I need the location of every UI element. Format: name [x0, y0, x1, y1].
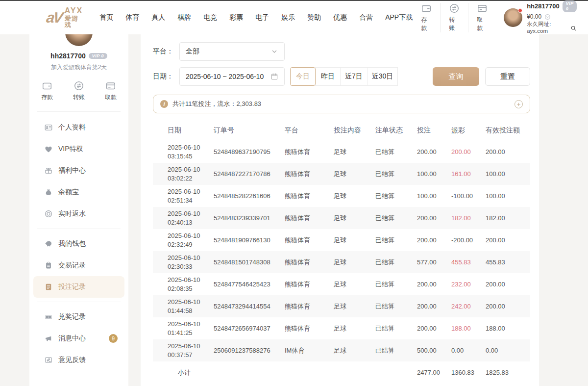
cell-platform: IM体育	[285, 346, 334, 355]
platform-select[interactable]: 全部	[179, 42, 285, 61]
balance-toggle-icon[interactable]	[544, 14, 551, 20]
cell-content: 足球	[334, 214, 375, 223]
cell-order: 2506091237588276	[214, 347, 285, 354]
sidebar-item-label: 交易记录	[58, 261, 86, 270]
cell-date: 2025-06-1002:40:13	[168, 209, 214, 227]
sidebar-item-rebate[interactable]: 实时返水	[29, 203, 128, 225]
cell-payout: 455.83	[451, 258, 486, 266]
sidebar-item-prize-records[interactable]: 兑奖记录	[29, 306, 128, 328]
sidebar-item-profile[interactable]: 个人资料	[29, 117, 128, 138]
cell-status: 已结算	[375, 324, 417, 333]
megaphone-icon	[44, 334, 53, 343]
cell-date-day: 2025-06-10	[168, 209, 214, 218]
cell-bet: 100.00	[417, 170, 451, 178]
cell-status: 已结算	[375, 236, 417, 245]
col-payout: 派彩	[451, 126, 486, 135]
action-label: 转账	[73, 93, 85, 102]
cell-status: 已结算	[375, 258, 417, 267]
sidebar-item-welfare[interactable]: 福利中心	[29, 160, 128, 181]
sidebar-action-withdraw[interactable]: 取款	[105, 80, 117, 102]
nav-item-esports[interactable]: 电竞	[203, 13, 217, 22]
search-icon[interactable]	[570, 25, 577, 31]
cell-platform: 熊猫体育	[285, 280, 334, 289]
topbar-action-deposit[interactable]: 存款	[413, 3, 440, 32]
quick-date-last30[interactable]: 近30日	[367, 67, 398, 86]
cell-date-day: 2025-06-10	[168, 342, 214, 351]
nav-item-sponsor[interactable]: 赞助	[307, 13, 321, 22]
quick-date-last7[interactable]: 近7日	[340, 67, 368, 86]
action-label: 存款	[41, 93, 53, 102]
cell-platform: 熊猫体育	[285, 170, 334, 179]
cell-bet: 100.00	[417, 192, 451, 200]
nav-item-sports[interactable]: 体育	[125, 13, 139, 22]
nav-item-entertainment[interactable]: 娱乐	[281, 13, 295, 22]
sidebar-item-message-center[interactable]: 消息中心9	[29, 328, 128, 349]
nav-item-home[interactable]: 首页	[99, 13, 113, 22]
subtotal-cell-bet: 2477.00	[417, 369, 451, 376]
sidebar-item-vip[interactable]: VIP特权	[29, 138, 128, 160]
sidebar-action-deposit[interactable]: 存款	[41, 80, 53, 102]
cell-bet: 200.00	[417, 325, 451, 332]
query-button[interactable]: 查询	[433, 67, 479, 86]
sidebar-item-bet-records[interactable]: 投注记录	[33, 276, 124, 298]
sidebar-item-feedback[interactable]: 意见反馈	[29, 349, 128, 371]
cell-status: 已结算	[375, 170, 417, 179]
sidebar-item-transactions[interactable]: 交易记录	[29, 255, 128, 276]
table-row: 2025-06-1002:30:335248481501748308熊猫体育足球…	[153, 251, 530, 273]
nav-item-lottery[interactable]: 彩票	[229, 13, 243, 22]
date-range-input[interactable]: 2025-06-10 ~ 2025-06-10	[179, 67, 285, 86]
topbar-quick-actions: 存款转账取款	[413, 3, 496, 32]
sidebar-item-label: 余额宝	[58, 188, 79, 197]
card-icon	[477, 3, 488, 14]
summary-text: 共计11笔投注，流水：2,303.83	[172, 100, 261, 108]
card-icon	[105, 80, 116, 91]
sidebar-item-label: 实时返水	[58, 209, 86, 218]
topbar: aV AYX 爱游戏 首页体育真人棋牌电竞彩票电子娱乐赞助优惠合营APP下载 存…	[0, 1, 588, 34]
quick-date-yesterday[interactable]: 昨日	[315, 67, 341, 86]
nav-item-partner[interactable]: 合营	[359, 13, 373, 22]
subtotal-row: 小计————2477.001360.831825.83	[153, 361, 530, 384]
table-row: 2025-06-1001:41:255248472656974037熊猫体育足球…	[153, 317, 530, 339]
sidebar-action-transfer[interactable]: 转账	[73, 80, 85, 102]
cell-bet: 200.00	[417, 148, 451, 155]
reset-button[interactable]: 重置	[485, 67, 530, 86]
username: hh2817700	[527, 2, 560, 10]
table-row: 2025-06-1003:02:225248487227170786熊猫体育足球…	[153, 163, 530, 185]
cell-order: 5248473294414554	[214, 303, 285, 310]
nav-item-slots[interactable]: 电子	[255, 13, 269, 22]
nav-item-app-download[interactable]: APP下载	[385, 13, 413, 22]
cell-content: 足球	[334, 324, 375, 333]
expand-plus-icon[interactable]: +	[514, 100, 523, 108]
logo-text: AYX 爱游戏	[65, 7, 83, 28]
action-label: 存款	[421, 16, 432, 32]
sidebar-item-yuebao[interactable]: 余额宝	[29, 181, 128, 203]
wallet-icon	[421, 3, 432, 14]
subtotal-cell-content: ——	[334, 369, 375, 376]
sidebar-avatar[interactable]	[65, 34, 93, 46]
logo[interactable]: aV AYX 爱游戏	[47, 7, 83, 28]
nav-item-promo[interactable]: 优惠	[333, 13, 347, 22]
cell-order: 5248472656974037	[214, 325, 285, 332]
cell-date-day: 2025-06-10	[168, 187, 214, 196]
topbar-action-transfer[interactable]: 转账	[440, 3, 468, 32]
cell-order: 5248481501748308	[214, 258, 285, 266]
table-row: 2025-06-1002:08:355248477546425423熊猫体育足球…	[153, 273, 530, 295]
cell-platform: 熊猫体育	[285, 236, 334, 245]
sidebar-item-wallet[interactable]: 我的钱包	[29, 233, 128, 255]
quick-date-today[interactable]: 今日	[290, 67, 316, 86]
cell-bet: 200.00	[417, 281, 451, 288]
nav-item-live[interactable]: 真人	[151, 13, 165, 22]
topbar-action-withdraw[interactable]: 取款	[468, 3, 496, 32]
nav-item-chess[interactable]: 棋牌	[177, 13, 191, 22]
cell-order: 5248489637190795	[214, 148, 285, 155]
sidebar: hh2817700 VIP 0 加入爱游戏体育第2天 存款转账取款 个人资料VI…	[29, 34, 128, 386]
user-block[interactable]: hh2817700 VIP 0 ¥0.00 永久网址: ayx.com	[504, 0, 577, 35]
cell-date: 2025-06-1001:41:25	[168, 320, 214, 337]
cell-status: 已结算	[375, 302, 417, 311]
cell-payout: 242.00	[451, 303, 486, 310]
cell-date: 2025-06-1002:32:49	[168, 232, 214, 249]
cell-date-time: 02:51:34	[168, 196, 214, 205]
cell-valid: 455.83	[486, 258, 530, 266]
ticket-icon	[44, 312, 53, 321]
chevron-down-icon	[270, 48, 278, 55]
